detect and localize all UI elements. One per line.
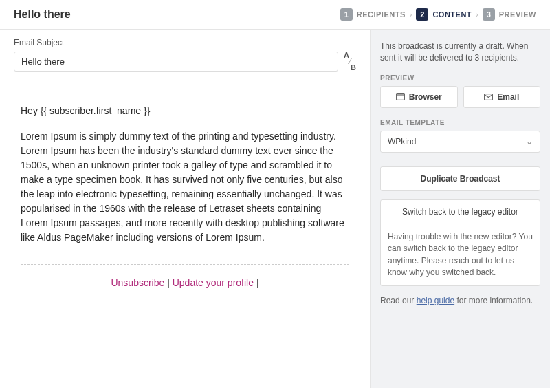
- draft-status-text: This broadcast is currently a draft. Whe…: [380, 41, 540, 65]
- preview-buttons: Browser Email: [380, 86, 540, 108]
- step-number: 1: [340, 8, 353, 21]
- help-guide-link[interactable]: help guide: [417, 296, 454, 305]
- switch-legacy-button[interactable]: Switch back to the legacy editor: [381, 200, 540, 224]
- body-text: Lorem Ipsum is simply dummy text of the …: [21, 129, 349, 245]
- template-value: WPkind: [388, 137, 416, 146]
- step-recipients[interactable]: 1 RECIPIENTS: [340, 8, 406, 21]
- footer-links: Unsubscribe | Update your profile |: [21, 276, 349, 290]
- subject-block: Email Subject A ∕ B: [0, 30, 370, 83]
- step-content[interactable]: 2 CONTENT: [416, 8, 472, 21]
- header-bar: Hello there 1 RECIPIENTS › 2 CONTENT › 3…: [0, 0, 550, 30]
- sidebar: This broadcast is currently a draft. Whe…: [370, 30, 550, 388]
- chevron-down-icon: ⌄: [526, 137, 533, 146]
- template-section-label: EMAIL TEMPLATE: [380, 119, 540, 127]
- preview-section-label: PREVIEW: [380, 74, 540, 82]
- left-column: Email Subject A ∕ B Hey {{ subscriber.fi…: [0, 30, 370, 388]
- main-area: Email Subject A ∕ B Hey {{ subscriber.fi…: [0, 30, 550, 388]
- svg-rect-0: [396, 94, 404, 100]
- page-title: Hello there: [14, 8, 71, 21]
- preview-email-button[interactable]: Email: [463, 86, 541, 108]
- browser-icon: [396, 93, 405, 100]
- greeting-line: Hey {{ subscriber.first_name }}: [21, 104, 349, 118]
- ab-test-toggle[interactable]: A ∕ B: [344, 52, 356, 72]
- subject-label: Email Subject: [14, 38, 356, 47]
- help-text: Read our help guide for more information…: [380, 296, 540, 305]
- template-select[interactable]: WPkind ⌄: [380, 131, 540, 153]
- chevron-right-icon: ›: [476, 10, 478, 19]
- legacy-help-text: Having trouble with the new editor? You …: [381, 224, 540, 286]
- legacy-editor-box: Switch back to the legacy editor Having …: [380, 199, 540, 287]
- step-number: 3: [483, 8, 495, 21]
- email-editor[interactable]: Hey {{ subscriber.first_name }} Lorem Ip…: [0, 83, 370, 388]
- chevron-right-icon: ›: [410, 10, 412, 19]
- step-number: 2: [416, 8, 428, 21]
- subject-input[interactable]: [14, 52, 338, 72]
- wizard-steps: 1 RECIPIENTS › 2 CONTENT › 3 PREVIEW: [340, 8, 536, 21]
- step-preview[interactable]: 3 PREVIEW: [483, 8, 536, 21]
- step-label: RECIPIENTS: [357, 10, 406, 19]
- divider: [21, 264, 349, 265]
- preview-browser-button[interactable]: Browser: [380, 86, 458, 108]
- step-label: CONTENT: [432, 10, 472, 19]
- subject-row: A ∕ B: [14, 52, 356, 72]
- duplicate-broadcast-button[interactable]: Duplicate Broadcast: [380, 166, 540, 191]
- step-label: PREVIEW: [499, 10, 536, 19]
- unsubscribe-link[interactable]: Unsubscribe: [111, 277, 164, 288]
- update-profile-link[interactable]: Update your profile: [173, 277, 254, 288]
- mail-icon: [484, 94, 493, 100]
